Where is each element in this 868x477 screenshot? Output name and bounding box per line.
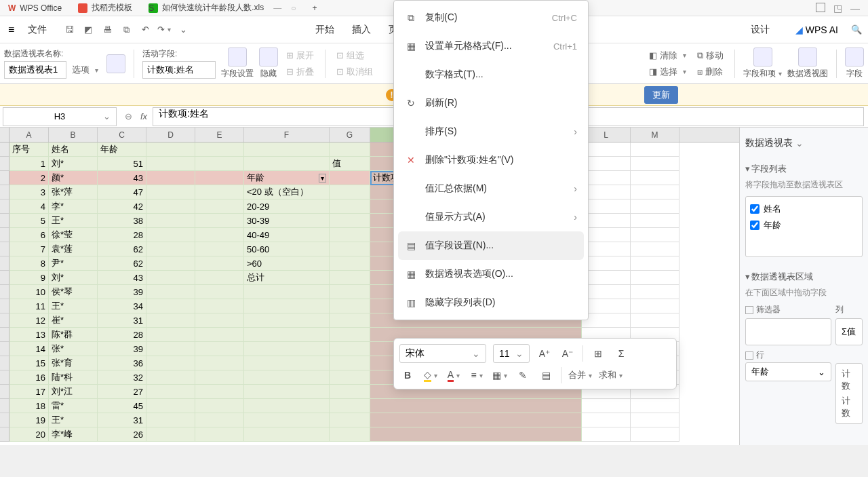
window-cube-icon[interactable]: ◳ bbox=[833, 3, 842, 14]
cell[interactable]: 47 bbox=[98, 185, 146, 199]
cell[interactable] bbox=[330, 370, 370, 385]
cell[interactable] bbox=[582, 285, 631, 299]
move-btn[interactable]: ⧉移动 bbox=[694, 48, 726, 63]
cell[interactable] bbox=[146, 399, 195, 413]
row-header[interactable] bbox=[0, 171, 9, 185]
cell[interactable] bbox=[244, 370, 330, 385]
menu-insert[interactable]: 插入 bbox=[345, 20, 378, 40]
cell[interactable] bbox=[330, 142, 370, 157]
cell[interactable]: 刘* bbox=[49, 271, 98, 285]
ctx-hide-list[interactable]: ▥隐藏字段列表(D) bbox=[394, 288, 588, 317]
font-select[interactable]: 宋体⌄ bbox=[399, 344, 486, 363]
cell[interactable] bbox=[631, 185, 679, 199]
cell[interactable]: 尹* bbox=[49, 256, 98, 271]
rows-dropdown[interactable]: 年龄⌄ bbox=[745, 362, 831, 381]
save-icon[interactable]: 🖫 bbox=[63, 24, 75, 36]
cell[interactable]: 18 bbox=[9, 399, 49, 413]
cell[interactable]: 王* bbox=[49, 299, 98, 313]
cell[interactable] bbox=[244, 342, 330, 356]
cell[interactable]: 28 bbox=[98, 328, 146, 342]
row-header[interactable] bbox=[0, 271, 9, 285]
cell[interactable]: 8 bbox=[9, 256, 49, 271]
row-header[interactable] bbox=[0, 299, 9, 313]
cell[interactable] bbox=[244, 413, 330, 427]
pivot-chart-icon[interactable] bbox=[798, 47, 817, 66]
cell[interactable] bbox=[195, 157, 244, 171]
cell[interactable] bbox=[631, 256, 679, 271]
cell[interactable] bbox=[631, 427, 679, 442]
cell[interactable] bbox=[146, 242, 195, 256]
cell[interactable] bbox=[330, 385, 370, 399]
cell[interactable]: 7 bbox=[9, 242, 49, 256]
checkbox-age[interactable] bbox=[750, 221, 760, 230]
cell[interactable] bbox=[631, 271, 679, 285]
field-settings-icon[interactable] bbox=[228, 47, 247, 66]
cell[interactable] bbox=[195, 328, 244, 342]
cell[interactable] bbox=[146, 413, 195, 427]
field-list-icon[interactable] bbox=[845, 47, 864, 66]
cell[interactable]: 崔* bbox=[49, 313, 98, 328]
tab-close-icon[interactable]: ○ bbox=[291, 3, 296, 13]
cell[interactable]: 5 bbox=[9, 214, 49, 228]
update-button[interactable]: 更新 bbox=[644, 86, 678, 104]
search-icon[interactable]: 🔍 bbox=[850, 24, 863, 36]
cell[interactable]: 侯*琴 bbox=[49, 285, 98, 299]
row-header[interactable] bbox=[0, 427, 9, 442]
cell[interactable]: 张* bbox=[49, 342, 98, 356]
row-header[interactable] bbox=[0, 142, 9, 157]
cell[interactable] bbox=[146, 214, 195, 228]
cell[interactable] bbox=[146, 299, 195, 313]
cell[interactable]: 徐*莹 bbox=[49, 228, 98, 242]
cell[interactable]: 50-60 bbox=[244, 242, 330, 256]
clear-btn[interactable]: ◧清除 bbox=[646, 48, 689, 63]
cell[interactable] bbox=[631, 228, 679, 242]
col-header-d[interactable]: D bbox=[146, 128, 195, 142]
cell[interactable] bbox=[370, 399, 582, 413]
col-header-e[interactable]: E bbox=[195, 128, 244, 142]
font-increase-icon[interactable]: A⁺ bbox=[536, 345, 553, 362]
values-area[interactable]: 计数 计数 bbox=[835, 363, 863, 424]
hide-icon[interactable] bbox=[259, 47, 278, 66]
cell[interactable] bbox=[195, 214, 244, 228]
cell[interactable] bbox=[146, 313, 195, 328]
cell[interactable]: 34 bbox=[98, 299, 146, 313]
cell[interactable]: 51 bbox=[98, 157, 146, 171]
cell[interactable]: 20-29 bbox=[244, 199, 330, 214]
row-header[interactable] bbox=[0, 256, 9, 271]
cell[interactable]: 颜* bbox=[49, 171, 98, 185]
merge-split-icon[interactable]: ⊞ bbox=[590, 345, 606, 362]
cell[interactable]: 39 bbox=[98, 285, 146, 299]
cell[interactable]: 1 bbox=[9, 157, 49, 171]
col-header-g[interactable]: G bbox=[330, 128, 370, 142]
cell[interactable] bbox=[330, 328, 370, 342]
cell[interactable] bbox=[146, 370, 195, 385]
row-header[interactable] bbox=[0, 399, 9, 413]
size-select[interactable]: 11⌄ bbox=[493, 344, 530, 363]
col-header-c[interactable]: C bbox=[98, 128, 146, 142]
cell[interactable] bbox=[631, 285, 679, 299]
cell[interactable]: 总计 bbox=[244, 271, 330, 285]
cell[interactable] bbox=[195, 385, 244, 399]
row-header[interactable] bbox=[0, 313, 9, 328]
cell[interactable] bbox=[582, 399, 631, 413]
cell[interactable]: 19 bbox=[9, 413, 49, 427]
cell[interactable]: 王* bbox=[49, 413, 98, 427]
cell[interactable] bbox=[631, 299, 679, 313]
cell[interactable] bbox=[330, 342, 370, 356]
zoom-out-icon[interactable]: ⊖ bbox=[125, 111, 132, 121]
row-header[interactable] bbox=[0, 328, 9, 342]
cell[interactable]: 26 bbox=[98, 427, 146, 442]
autosum-icon[interactable]: Σ bbox=[613, 345, 629, 362]
cell[interactable] bbox=[146, 185, 195, 199]
pivot-icon[interactable] bbox=[106, 54, 125, 73]
pivot-name-input[interactable] bbox=[4, 61, 66, 79]
hamburger-icon[interactable]: ≡ bbox=[5, 24, 17, 36]
cell[interactable] bbox=[330, 313, 370, 328]
cell[interactable] bbox=[195, 228, 244, 242]
cell[interactable] bbox=[370, 413, 582, 427]
cell[interactable]: 13 bbox=[9, 328, 49, 342]
cell[interactable]: 陆*科 bbox=[49, 370, 98, 385]
cell[interactable] bbox=[146, 228, 195, 242]
cell[interactable] bbox=[195, 242, 244, 256]
cell[interactable]: 雷* bbox=[49, 399, 98, 413]
